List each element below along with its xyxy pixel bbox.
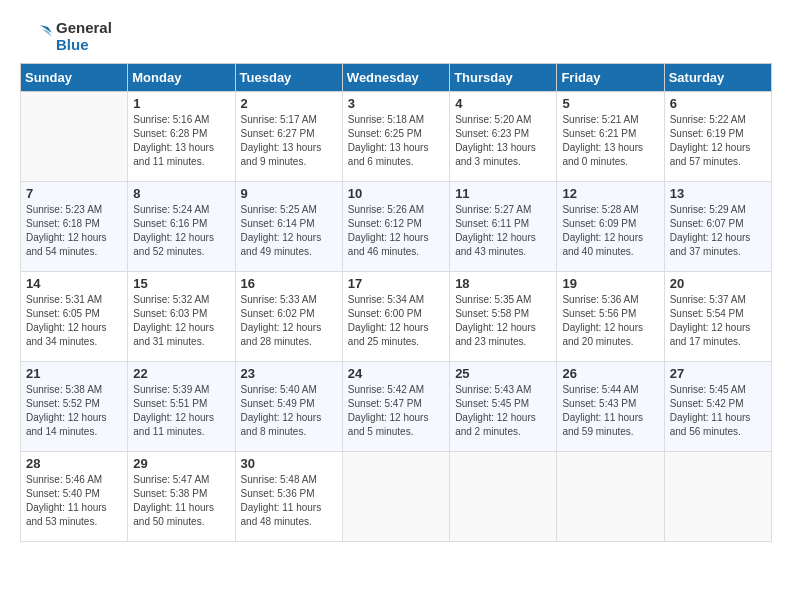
day-number: 12: [562, 186, 658, 201]
calendar-cell: 2Sunrise: 5:17 AM Sunset: 6:27 PM Daylig…: [235, 92, 342, 182]
day-number: 21: [26, 366, 122, 381]
logo-text-blue: Blue: [56, 37, 112, 54]
day-info: Sunrise: 5:43 AM Sunset: 5:45 PM Dayligh…: [455, 383, 551, 439]
day-info: Sunrise: 5:47 AM Sunset: 5:38 PM Dayligh…: [133, 473, 229, 529]
calendar-table: SundayMondayTuesdayWednesdayThursdayFrid…: [20, 63, 772, 542]
calendar-cell: [664, 452, 771, 542]
day-number: 18: [455, 276, 551, 291]
day-info: Sunrise: 5:35 AM Sunset: 5:58 PM Dayligh…: [455, 293, 551, 349]
header-thursday: Thursday: [450, 64, 557, 92]
logo-container: General Blue: [20, 20, 112, 53]
header-monday: Monday: [128, 64, 235, 92]
header-sunday: Sunday: [21, 64, 128, 92]
calendar-cell: 9Sunrise: 5:25 AM Sunset: 6:14 PM Daylig…: [235, 182, 342, 272]
calendar-cell: [557, 452, 664, 542]
day-number: 30: [241, 456, 337, 471]
calendar-week-row: 28Sunrise: 5:46 AM Sunset: 5:40 PM Dayli…: [21, 452, 772, 542]
day-number: 16: [241, 276, 337, 291]
calendar-week-row: 1Sunrise: 5:16 AM Sunset: 6:28 PM Daylig…: [21, 92, 772, 182]
day-info: Sunrise: 5:28 AM Sunset: 6:09 PM Dayligh…: [562, 203, 658, 259]
day-number: 8: [133, 186, 229, 201]
day-number: 5: [562, 96, 658, 111]
day-number: 9: [241, 186, 337, 201]
day-info: Sunrise: 5:20 AM Sunset: 6:23 PM Dayligh…: [455, 113, 551, 169]
calendar-cell: 4Sunrise: 5:20 AM Sunset: 6:23 PM Daylig…: [450, 92, 557, 182]
calendar-week-row: 21Sunrise: 5:38 AM Sunset: 5:52 PM Dayli…: [21, 362, 772, 452]
calendar-cell: 21Sunrise: 5:38 AM Sunset: 5:52 PM Dayli…: [21, 362, 128, 452]
calendar-header-row: SundayMondayTuesdayWednesdayThursdayFrid…: [21, 64, 772, 92]
day-info: Sunrise: 5:37 AM Sunset: 5:54 PM Dayligh…: [670, 293, 766, 349]
day-number: 24: [348, 366, 444, 381]
day-info: Sunrise: 5:39 AM Sunset: 5:51 PM Dayligh…: [133, 383, 229, 439]
calendar-cell: 16Sunrise: 5:33 AM Sunset: 6:02 PM Dayli…: [235, 272, 342, 362]
day-number: 1: [133, 96, 229, 111]
logo-bird-icon: [20, 21, 52, 53]
calendar-cell: [450, 452, 557, 542]
day-info: Sunrise: 5:29 AM Sunset: 6:07 PM Dayligh…: [670, 203, 766, 259]
day-info: Sunrise: 5:44 AM Sunset: 5:43 PM Dayligh…: [562, 383, 658, 439]
calendar-cell: 18Sunrise: 5:35 AM Sunset: 5:58 PM Dayli…: [450, 272, 557, 362]
calendar-week-row: 14Sunrise: 5:31 AM Sunset: 6:05 PM Dayli…: [21, 272, 772, 362]
day-info: Sunrise: 5:36 AM Sunset: 5:56 PM Dayligh…: [562, 293, 658, 349]
calendar-cell: 12Sunrise: 5:28 AM Sunset: 6:09 PM Dayli…: [557, 182, 664, 272]
calendar-cell: 6Sunrise: 5:22 AM Sunset: 6:19 PM Daylig…: [664, 92, 771, 182]
header-friday: Friday: [557, 64, 664, 92]
calendar-cell: [21, 92, 128, 182]
header-wednesday: Wednesday: [342, 64, 449, 92]
day-info: Sunrise: 5:38 AM Sunset: 5:52 PM Dayligh…: [26, 383, 122, 439]
header-saturday: Saturday: [664, 64, 771, 92]
day-info: Sunrise: 5:16 AM Sunset: 6:28 PM Dayligh…: [133, 113, 229, 169]
day-number: 4: [455, 96, 551, 111]
calendar-cell: 30Sunrise: 5:48 AM Sunset: 5:36 PM Dayli…: [235, 452, 342, 542]
day-info: Sunrise: 5:42 AM Sunset: 5:47 PM Dayligh…: [348, 383, 444, 439]
logo-text-general: General: [56, 20, 112, 37]
calendar-cell: 28Sunrise: 5:46 AM Sunset: 5:40 PM Dayli…: [21, 452, 128, 542]
calendar-cell: 5Sunrise: 5:21 AM Sunset: 6:21 PM Daylig…: [557, 92, 664, 182]
calendar-cell: 25Sunrise: 5:43 AM Sunset: 5:45 PM Dayli…: [450, 362, 557, 452]
day-number: 10: [348, 186, 444, 201]
day-info: Sunrise: 5:33 AM Sunset: 6:02 PM Dayligh…: [241, 293, 337, 349]
calendar-cell: 10Sunrise: 5:26 AM Sunset: 6:12 PM Dayli…: [342, 182, 449, 272]
calendar-cell: 26Sunrise: 5:44 AM Sunset: 5:43 PM Dayli…: [557, 362, 664, 452]
day-number: 22: [133, 366, 229, 381]
day-info: Sunrise: 5:22 AM Sunset: 6:19 PM Dayligh…: [670, 113, 766, 169]
day-info: Sunrise: 5:46 AM Sunset: 5:40 PM Dayligh…: [26, 473, 122, 529]
calendar-cell: 15Sunrise: 5:32 AM Sunset: 6:03 PM Dayli…: [128, 272, 235, 362]
day-number: 3: [348, 96, 444, 111]
day-info: Sunrise: 5:21 AM Sunset: 6:21 PM Dayligh…: [562, 113, 658, 169]
day-number: 28: [26, 456, 122, 471]
day-info: Sunrise: 5:27 AM Sunset: 6:11 PM Dayligh…: [455, 203, 551, 259]
calendar-cell: 7Sunrise: 5:23 AM Sunset: 6:18 PM Daylig…: [21, 182, 128, 272]
calendar-cell: [342, 452, 449, 542]
day-info: Sunrise: 5:34 AM Sunset: 6:00 PM Dayligh…: [348, 293, 444, 349]
calendar-cell: 19Sunrise: 5:36 AM Sunset: 5:56 PM Dayli…: [557, 272, 664, 362]
calendar-cell: 3Sunrise: 5:18 AM Sunset: 6:25 PM Daylig…: [342, 92, 449, 182]
calendar-cell: 27Sunrise: 5:45 AM Sunset: 5:42 PM Dayli…: [664, 362, 771, 452]
day-number: 26: [562, 366, 658, 381]
logo: General Blue: [20, 20, 112, 53]
day-number: 17: [348, 276, 444, 291]
day-info: Sunrise: 5:24 AM Sunset: 6:16 PM Dayligh…: [133, 203, 229, 259]
day-number: 20: [670, 276, 766, 291]
day-number: 2: [241, 96, 337, 111]
day-info: Sunrise: 5:23 AM Sunset: 6:18 PM Dayligh…: [26, 203, 122, 259]
day-info: Sunrise: 5:45 AM Sunset: 5:42 PM Dayligh…: [670, 383, 766, 439]
svg-marker-1: [42, 29, 52, 37]
day-number: 11: [455, 186, 551, 201]
day-number: 6: [670, 96, 766, 111]
day-info: Sunrise: 5:40 AM Sunset: 5:49 PM Dayligh…: [241, 383, 337, 439]
day-number: 23: [241, 366, 337, 381]
calendar-cell: 14Sunrise: 5:31 AM Sunset: 6:05 PM Dayli…: [21, 272, 128, 362]
day-info: Sunrise: 5:31 AM Sunset: 6:05 PM Dayligh…: [26, 293, 122, 349]
day-number: 29: [133, 456, 229, 471]
calendar-cell: 17Sunrise: 5:34 AM Sunset: 6:00 PM Dayli…: [342, 272, 449, 362]
calendar-week-row: 7Sunrise: 5:23 AM Sunset: 6:18 PM Daylig…: [21, 182, 772, 272]
day-number: 14: [26, 276, 122, 291]
day-info: Sunrise: 5:32 AM Sunset: 6:03 PM Dayligh…: [133, 293, 229, 349]
header-tuesday: Tuesday: [235, 64, 342, 92]
calendar-cell: 22Sunrise: 5:39 AM Sunset: 5:51 PM Dayli…: [128, 362, 235, 452]
day-info: Sunrise: 5:18 AM Sunset: 6:25 PM Dayligh…: [348, 113, 444, 169]
calendar-cell: 29Sunrise: 5:47 AM Sunset: 5:38 PM Dayli…: [128, 452, 235, 542]
day-number: 13: [670, 186, 766, 201]
calendar-cell: 11Sunrise: 5:27 AM Sunset: 6:11 PM Dayli…: [450, 182, 557, 272]
